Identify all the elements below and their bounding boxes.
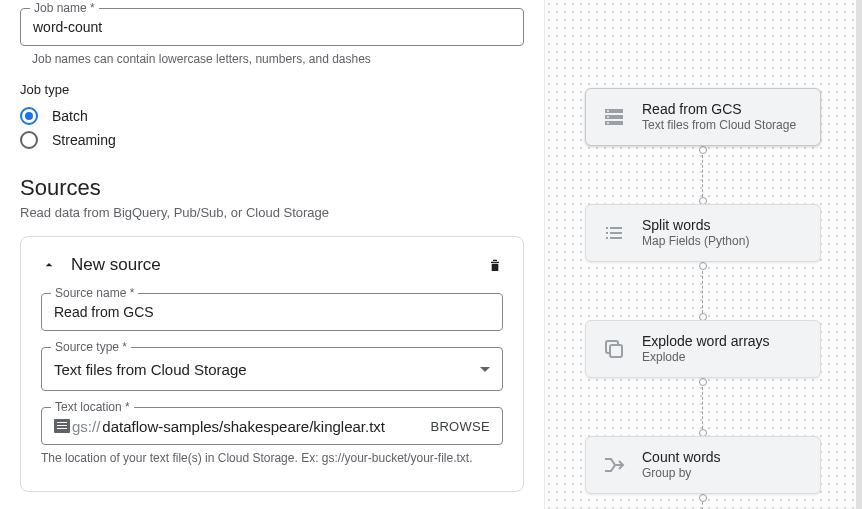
connector-line <box>702 271 704 313</box>
form-panel: Job name * Job names can contain lowerca… <box>0 0 544 509</box>
browse-button[interactable]: BROWSE <box>422 419 490 434</box>
list-icon <box>600 219 628 247</box>
pipeline-node-count-words[interactable]: Count words Group by <box>585 436 821 494</box>
node-sub: Group by <box>642 466 721 482</box>
svg-point-1 <box>607 116 609 118</box>
node-sub: Map Fields (Python) <box>642 234 749 250</box>
job-type-label: Job type <box>20 82 524 97</box>
sources-heading: Sources <box>20 175 524 201</box>
job-name-field: Job name * <box>20 8 524 46</box>
copy-icon <box>600 335 628 363</box>
connector-port[interactable] <box>699 378 707 386</box>
text-location-helper: The location of your text file(s) in Clo… <box>41 451 503 465</box>
source-name-field: Source name * <box>41 293 503 331</box>
scrollbar[interactable] <box>856 0 862 509</box>
storage-icon <box>600 103 628 131</box>
gs-prefix: gs:// <box>72 418 100 435</box>
connector-port[interactable] <box>699 262 707 270</box>
radio-icon <box>20 107 38 125</box>
pipeline-node-explode[interactable]: Explode word arrays Explode <box>585 320 821 378</box>
source-card-title: New source <box>71 255 161 275</box>
sources-sub: Read data from BigQuery, Pub/Sub, or Clo… <box>20 205 524 220</box>
text-location-value: dataflow-samples/shakespeare/kinglear.tx… <box>102 418 422 435</box>
source-card: New source Source name * Source type * T… <box>20 236 524 492</box>
text-location-field: Text location * gs:// dataflow-samples/s… <box>41 407 503 445</box>
node-title: Count words <box>642 448 721 466</box>
pipeline-node-split-words[interactable]: Split words Map Fields (Python) <box>585 204 821 262</box>
pipeline-canvas[interactable]: Read from GCS Text files from Cloud Stor… <box>544 0 862 509</box>
pipeline-node-read-gcs[interactable]: Read from GCS Text files from Cloud Stor… <box>585 88 821 146</box>
radio-batch[interactable]: Batch <box>20 107 524 125</box>
connector-line <box>702 155 704 197</box>
radio-batch-label: Batch <box>52 108 88 124</box>
node-title: Read from GCS <box>642 100 796 118</box>
job-name-helper: Job names can contain lowercase letters,… <box>32 52 524 66</box>
connector-line <box>702 387 704 429</box>
node-sub: Explode <box>642 350 770 366</box>
svg-point-0 <box>607 110 609 112</box>
radio-streaming[interactable]: Streaming <box>20 131 524 149</box>
dropdown-icon <box>480 367 490 372</box>
merge-icon <box>600 451 628 479</box>
source-type-value: Text files from Cloud Storage <box>54 361 247 378</box>
document-icon <box>54 419 70 433</box>
connector-port[interactable] <box>699 494 707 502</box>
delete-icon[interactable] <box>487 256 503 274</box>
collapse-icon[interactable] <box>41 257 57 273</box>
text-location-label: Text location * <box>51 400 134 414</box>
radio-streaming-label: Streaming <box>52 132 116 148</box>
source-type-field[interactable]: Source type * Text files from Cloud Stor… <box>41 347 503 391</box>
job-name-label: Job name * <box>30 1 99 15</box>
source-name-label: Source name * <box>51 286 138 300</box>
source-type-label: Source type * <box>51 340 131 354</box>
svg-rect-4 <box>610 345 622 357</box>
node-title: Explode word arrays <box>642 332 770 350</box>
node-title: Split words <box>642 216 749 234</box>
node-sub: Text files from Cloud Storage <box>642 118 796 134</box>
connector-port[interactable] <box>699 146 707 154</box>
radio-icon <box>20 131 38 149</box>
svg-point-2 <box>607 122 609 124</box>
